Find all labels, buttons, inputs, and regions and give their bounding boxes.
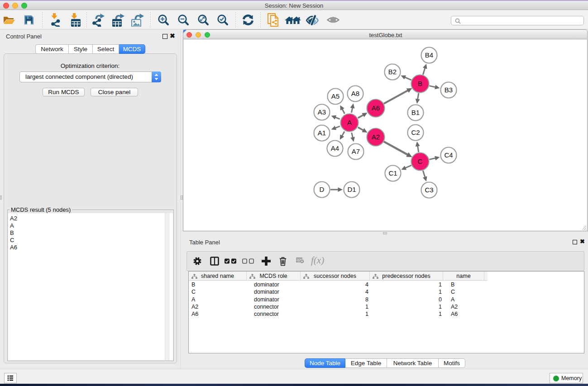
svg-text:A8: A8 bbox=[351, 90, 359, 97]
svg-text:B3: B3 bbox=[445, 86, 453, 94]
svg-text:A6: A6 bbox=[372, 104, 380, 112]
svg-text:A2: A2 bbox=[372, 133, 380, 141]
svg-text:A5: A5 bbox=[331, 92, 339, 100]
svg-text:A4: A4 bbox=[331, 144, 339, 152]
svg-text:C2: C2 bbox=[411, 129, 420, 136]
svg-text:D1: D1 bbox=[347, 186, 356, 193]
svg-text:A1: A1 bbox=[318, 129, 326, 137]
svg-text:A: A bbox=[347, 119, 352, 126]
svg-text:A3: A3 bbox=[318, 108, 326, 116]
svg-text:C: C bbox=[418, 157, 423, 165]
svg-text:B2: B2 bbox=[388, 68, 397, 76]
svg-text:A7: A7 bbox=[352, 148, 360, 155]
svg-text:D: D bbox=[320, 186, 325, 193]
svg-text:B4: B4 bbox=[425, 51, 433, 59]
svg-text:C4: C4 bbox=[444, 151, 453, 159]
svg-text:C3: C3 bbox=[425, 186, 433, 194]
svg-text:C1: C1 bbox=[388, 169, 397, 177]
svg-text:B: B bbox=[418, 80, 422, 87]
svg-text:B1: B1 bbox=[411, 109, 420, 116]
